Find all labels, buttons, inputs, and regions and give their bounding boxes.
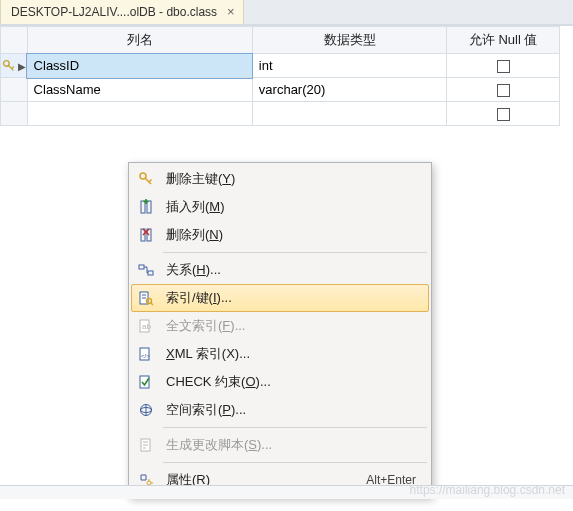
relation-icon bbox=[132, 259, 160, 281]
close-icon[interactable]: × bbox=[225, 4, 237, 19]
cell-column-name[interactable]: ClassName bbox=[27, 78, 252, 102]
cell-data-type[interactable]: varchar(20) bbox=[252, 78, 447, 102]
cell-column-name[interactable]: ClassID bbox=[27, 54, 252, 78]
menu-item-relations[interactable]: 关系(H)... bbox=[131, 256, 429, 284]
column-header-name[interactable]: 列名 bbox=[27, 27, 252, 54]
menu-item-label: 删除列(N) bbox=[160, 226, 422, 244]
spatial-icon bbox=[132, 399, 160, 421]
document-tab[interactable]: DESKTOP-LJ2ALIV....olDB - dbo.class × bbox=[0, 0, 244, 24]
menu-separator bbox=[163, 252, 427, 253]
cell-allow-null[interactable] bbox=[447, 78, 560, 102]
menu-item-genscript: 生成更改脚本(S)... bbox=[131, 431, 429, 459]
table-designer-grid[interactable]: 列名 数据类型 允许 Null 值 ▶ClassIDintClassNameva… bbox=[0, 26, 560, 126]
cell-allow-null[interactable] bbox=[447, 102, 560, 126]
fulltext-icon: ab bbox=[132, 315, 160, 337]
menu-item-insert-col[interactable]: 插入列(M) bbox=[131, 193, 429, 221]
script-icon bbox=[132, 434, 160, 456]
menu-item-spatial[interactable]: 空间索引(P)... bbox=[131, 396, 429, 424]
cell-data-type[interactable] bbox=[252, 102, 447, 126]
check-icon bbox=[132, 371, 160, 393]
menu-separator bbox=[163, 462, 427, 463]
table-row[interactable]: ClassNamevarchar(20) bbox=[1, 78, 560, 102]
table-row[interactable] bbox=[1, 102, 560, 126]
column-header-null[interactable]: 允许 Null 值 bbox=[447, 27, 560, 54]
checkbox-icon[interactable] bbox=[497, 84, 510, 97]
checkbox-icon[interactable] bbox=[497, 108, 510, 121]
tab-bar: DESKTOP-LJ2ALIV....olDB - dbo.class × bbox=[0, 0, 573, 26]
menu-item-remove-pk[interactable]: 删除主键(Y) bbox=[131, 165, 429, 193]
svg-rect-14 bbox=[139, 265, 144, 269]
svg-rect-6 bbox=[141, 201, 145, 213]
svg-line-2 bbox=[11, 67, 13, 69]
menu-item-label: 插入列(M) bbox=[160, 198, 422, 216]
menu-item-label: 索引/键(I)... bbox=[160, 289, 422, 307]
tab-title: DESKTOP-LJ2ALIV....olDB - dbo.class bbox=[11, 5, 217, 19]
menu-item-label: 全文索引(F)... bbox=[160, 317, 422, 335]
context-menu: 删除主键(Y)插入列(M)删除列(N)关系(H)...索引/键(I)...ab全… bbox=[128, 162, 432, 497]
svg-rect-7 bbox=[147, 201, 151, 213]
corner-header bbox=[1, 27, 28, 54]
watermark: https://mailiang.blog.csdn.net bbox=[410, 483, 565, 497]
menu-item-fulltext: ab全文索引(F)... bbox=[131, 312, 429, 340]
delete-col-icon bbox=[132, 224, 160, 246]
menu-item-check[interactable]: CHECK 约束(O)... bbox=[131, 368, 429, 396]
index-icon bbox=[132, 287, 160, 309]
cell-allow-null[interactable] bbox=[447, 54, 560, 78]
cell-column-name[interactable] bbox=[27, 102, 252, 126]
menu-item-label: 关系(H)... bbox=[160, 261, 422, 279]
menu-item-label: 空间索引(P)... bbox=[160, 401, 422, 419]
svg-text:</>: </> bbox=[141, 353, 150, 359]
menu-item-label: 生成更改脚本(S)... bbox=[160, 436, 422, 454]
svg-text:ab: ab bbox=[142, 322, 151, 331]
svg-line-20 bbox=[151, 303, 154, 306]
menu-item-label: 删除主键(Y) bbox=[160, 170, 422, 188]
xml-icon: </> bbox=[132, 343, 160, 365]
row-header[interactable] bbox=[1, 78, 28, 102]
checkbox-icon[interactable] bbox=[497, 60, 510, 73]
svg-line-5 bbox=[149, 180, 152, 183]
insert-col-icon bbox=[132, 196, 160, 218]
svg-rect-15 bbox=[148, 271, 153, 275]
row-header[interactable]: ▶ bbox=[1, 54, 28, 78]
column-header-type[interactable]: 数据类型 bbox=[252, 27, 447, 54]
menu-separator bbox=[163, 427, 427, 428]
row-header[interactable] bbox=[1, 102, 28, 126]
cell-data-type[interactable]: int bbox=[252, 54, 447, 78]
primary-key-icon bbox=[2, 59, 16, 73]
menu-item-label: XML 索引(X)... bbox=[160, 345, 422, 363]
row-indicator-icon: ▶ bbox=[18, 61, 26, 72]
menu-item-xmlindex[interactable]: </>XML 索引(X)... bbox=[131, 340, 429, 368]
menu-item-indexes[interactable]: 索引/键(I)... bbox=[131, 284, 429, 312]
table-row[interactable]: ▶ClassIDint bbox=[1, 54, 560, 78]
menu-item-label: CHECK 约束(O)... bbox=[160, 373, 422, 391]
key-icon bbox=[132, 168, 160, 190]
menu-item-delete-col[interactable]: 删除列(N) bbox=[131, 221, 429, 249]
